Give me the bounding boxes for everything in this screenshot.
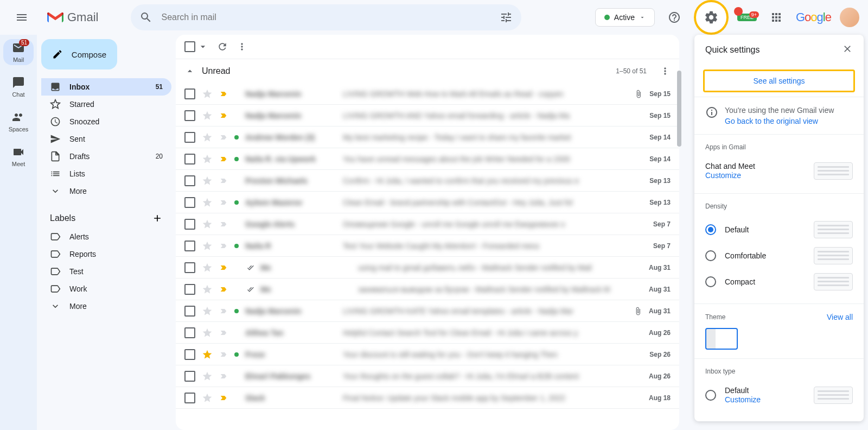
importance-icon[interactable] bbox=[219, 176, 228, 185]
star-icon[interactable] bbox=[202, 284, 213, 295]
more-button[interactable] bbox=[237, 41, 247, 52]
nav-more[interactable]: More bbox=[41, 182, 171, 200]
label-alerts[interactable]: Alerts bbox=[41, 228, 171, 245]
email-row[interactable]: Preston Michaels Confirm - Hi Julia, I w… bbox=[176, 170, 679, 192]
nav-lists[interactable]: Lists bbox=[41, 165, 171, 182]
rail-meet[interactable]: Meet bbox=[3, 143, 34, 169]
nav-starred[interactable]: Starred bbox=[41, 96, 171, 113]
theme-preview[interactable] bbox=[705, 328, 738, 350]
star-icon[interactable] bbox=[202, 306, 213, 317]
importance-icon[interactable] bbox=[219, 111, 228, 120]
support-button[interactable] bbox=[663, 7, 685, 28]
importance-icon[interactable] bbox=[219, 307, 228, 315]
email-row[interactable]: Nadja Marcenin LIVING GROWTH AND Yahoo e… bbox=[176, 105, 679, 127]
density-radio-comfortable[interactable] bbox=[705, 250, 716, 261]
customize-inbox-link[interactable]: Customize bbox=[725, 395, 761, 404]
email-checkbox[interactable] bbox=[184, 284, 195, 295]
importance-icon[interactable] bbox=[219, 242, 228, 250]
star-icon[interactable] bbox=[202, 88, 213, 99]
star-icon[interactable] bbox=[202, 175, 213, 186]
star-icon[interactable] bbox=[202, 197, 213, 208]
compose-button[interactable]: Compose bbox=[41, 39, 117, 69]
email-row[interactable]: Althea Tan Helpful Contact Search Tool f… bbox=[176, 322, 679, 344]
email-row[interactable]: Ayleen Mazerov Clean Email - brand partn… bbox=[176, 192, 679, 213]
rail-spaces[interactable]: Spaces bbox=[3, 109, 34, 135]
importance-icon[interactable] bbox=[219, 263, 228, 272]
inbox-default-radio[interactable] bbox=[705, 390, 716, 401]
label-work[interactable]: Work bbox=[41, 280, 171, 298]
section-more-button[interactable] bbox=[660, 66, 671, 77]
email-row[interactable]: Naila R Test Your Website Caught My Atte… bbox=[176, 235, 679, 257]
star-icon[interactable] bbox=[202, 132, 213, 143]
density-radio-compact[interactable] bbox=[705, 276, 716, 287]
add-label-icon[interactable] bbox=[152, 213, 163, 224]
email-checkbox[interactable] bbox=[184, 88, 195, 99]
importance-icon[interactable] bbox=[219, 133, 228, 142]
nav-drafts[interactable]: Drafts20 bbox=[41, 148, 171, 165]
search-options-icon[interactable] bbox=[500, 11, 513, 24]
google-logo[interactable]: Google bbox=[796, 10, 831, 24]
search-bar[interactable] bbox=[131, 4, 521, 30]
star-icon[interactable] bbox=[202, 327, 213, 338]
rail-chat[interactable]: Chat bbox=[3, 74, 34, 100]
main-menu-button[interactable] bbox=[9, 4, 35, 30]
email-checkbox[interactable] bbox=[184, 175, 195, 186]
importance-icon[interactable] bbox=[219, 220, 228, 229]
settings-button-highlight[interactable] bbox=[694, 0, 729, 35]
star-icon[interactable] bbox=[202, 393, 213, 403]
email-row[interactable]: Slack Final Notice: Update your Slack mo… bbox=[176, 387, 679, 409]
email-row[interactable]: Naila R. via Upwork You have unread mess… bbox=[176, 148, 679, 170]
star-icon[interactable] bbox=[202, 219, 213, 230]
email-checkbox[interactable] bbox=[184, 241, 195, 251]
density-radio-default[interactable] bbox=[705, 224, 716, 235]
email-checkbox[interactable] bbox=[184, 132, 195, 143]
email-checkbox[interactable] bbox=[184, 327, 195, 338]
email-checkbox[interactable] bbox=[184, 219, 195, 230]
importance-icon[interactable] bbox=[219, 328, 228, 337]
importance-icon[interactable] bbox=[219, 372, 228, 381]
see-all-settings-button[interactable]: See all settings bbox=[703, 69, 855, 92]
apps-button[interactable] bbox=[765, 7, 787, 28]
importance-icon[interactable] bbox=[219, 90, 228, 98]
close-settings-button[interactable] bbox=[842, 43, 853, 56]
email-row[interactable]: Freze Your discount is still waiting for… bbox=[176, 344, 679, 365]
customize-chat-link[interactable]: Customize bbox=[705, 171, 741, 180]
email-row[interactable]: Elmarl Pakkonges Your thoughts on the gu… bbox=[176, 365, 679, 387]
star-icon[interactable] bbox=[202, 154, 213, 165]
nav-sent[interactable]: Sent bbox=[41, 130, 171, 148]
star-icon[interactable] bbox=[202, 371, 213, 382]
search-input[interactable] bbox=[161, 12, 500, 22]
email-row[interactable]: Me using mail to gmail добавить либо - M… bbox=[176, 257, 679, 279]
email-checkbox[interactable] bbox=[184, 197, 195, 208]
view-all-themes-link[interactable]: View all bbox=[827, 313, 853, 321]
nav-snoozed[interactable]: Snoozed bbox=[41, 113, 171, 130]
email-checkbox[interactable] bbox=[184, 306, 195, 317]
free-badge[interactable]: FREE bbox=[737, 14, 757, 21]
label-more[interactable]: More bbox=[41, 298, 171, 315]
email-checkbox[interactable] bbox=[184, 371, 195, 382]
importance-icon[interactable] bbox=[219, 198, 228, 207]
email-row[interactable]: Nadja Marcenin LIVING GROWTH KATE Yahoo … bbox=[176, 300, 679, 322]
star-icon[interactable] bbox=[202, 262, 213, 273]
email-checkbox[interactable] bbox=[184, 110, 195, 121]
gmail-logo[interactable]: Gmail bbox=[46, 10, 98, 25]
email-checkbox[interactable] bbox=[184, 393, 195, 403]
importance-icon[interactable] bbox=[219, 155, 228, 163]
star-icon[interactable] bbox=[202, 349, 213, 360]
label-reports[interactable]: Reports bbox=[41, 245, 171, 263]
email-row[interactable]: Nadja Marcenin LIVING GROWTH Web How to … bbox=[176, 83, 679, 105]
star-icon[interactable] bbox=[202, 241, 213, 251]
rail-mail[interactable]: 51 Mail bbox=[3, 39, 34, 65]
refresh-button[interactable] bbox=[217, 41, 228, 52]
label-test[interactable]: Test bbox=[41, 263, 171, 280]
select-all-checkbox[interactable] bbox=[184, 41, 208, 52]
importance-icon[interactable] bbox=[219, 394, 228, 402]
nav-inbox[interactable]: Inbox51 bbox=[41, 78, 171, 96]
email-checkbox[interactable] bbox=[184, 154, 195, 165]
account-avatar[interactable] bbox=[840, 8, 859, 27]
email-row[interactable]: Me заниматься выводом за бугром - Mailtr… bbox=[176, 279, 679, 300]
scrollbar[interactable] bbox=[677, 71, 681, 147]
collapse-icon[interactable] bbox=[184, 66, 195, 77]
star-icon[interactable] bbox=[202, 110, 213, 121]
email-row[interactable]: Andrew Worden (3) My best marketing reci… bbox=[176, 127, 679, 148]
